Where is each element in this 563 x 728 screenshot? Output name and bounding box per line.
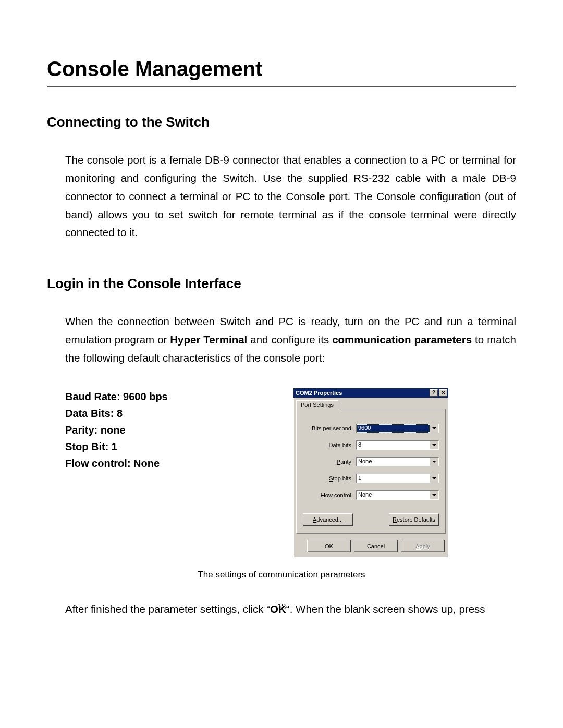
chevron-down-icon[interactable]: [430, 474, 438, 483]
tab-port-settings[interactable]: Port Settings: [296, 400, 338, 409]
restore-defaults-button[interactable]: Restore Defaults: [389, 513, 439, 526]
param-data-bits: Data Bits: 8: [65, 405, 222, 422]
combo-parity-value: None: [357, 458, 430, 466]
page-number: 18: [0, 602, 563, 611]
parameter-list: Baud Rate: 9600 bps Data Bits: 8 Parity:…: [65, 388, 222, 472]
param-flow: Flow control: None: [65, 455, 222, 472]
com-properties-dialog: COM2 Properties ? ✕ Port Settings Bits p…: [293, 388, 448, 557]
param-parity: Parity: none: [65, 422, 222, 438]
figure-caption: The settings of communication parameters: [47, 570, 516, 580]
combo-data-bits[interactable]: 8: [356, 440, 439, 450]
combo-flow-control[interactable]: None: [356, 490, 439, 500]
param-baud: Baud Rate: 9600 bps: [65, 388, 222, 405]
dialog-title: COM2 Properties: [296, 390, 429, 396]
tab-panel: Bits per second: 9600 Data bits: 8: [296, 409, 446, 534]
paragraph-login: When the connection between Switch and P…: [65, 313, 516, 367]
combo-stop-bits[interactable]: 1: [356, 474, 439, 483]
advanced-button[interactable]: Advanced...: [303, 513, 353, 526]
label-bps: Bits per second:: [303, 425, 356, 431]
param-stop-bit: Stop Bit: 1: [65, 438, 222, 455]
combo-bps-value: 9600: [357, 424, 430, 433]
combo-parity[interactable]: None: [356, 457, 439, 466]
help-button[interactable]: ?: [430, 389, 438, 397]
apply-button[interactable]: Apply: [401, 540, 445, 552]
combo-flow-control-value: None: [357, 491, 430, 499]
chevron-down-icon[interactable]: [430, 491, 438, 499]
ok-button[interactable]: OK: [307, 540, 351, 552]
section-heading-login: Login in the Console Interface: [47, 276, 516, 292]
dialog-titlebar[interactable]: COM2 Properties ? ✕: [293, 388, 448, 398]
combo-bps[interactable]: 9600: [356, 424, 439, 433]
label-flow-control: Flow control:: [303, 492, 356, 498]
close-button[interactable]: ✕: [439, 389, 447, 397]
paragraph-connecting: The console port is a female DB-9 connec…: [65, 151, 516, 242]
chevron-down-icon[interactable]: [430, 458, 438, 466]
label-data-bits: Data bits:: [303, 442, 356, 448]
chevron-down-icon[interactable]: [430, 441, 438, 449]
label-parity: Parity:: [303, 459, 356, 465]
label-stop-bits: Stop bits:: [303, 475, 356, 482]
combo-data-bits-value: 8: [357, 441, 430, 449]
cancel-button[interactable]: Cancel: [354, 540, 398, 552]
title-divider: [47, 86, 516, 88]
combo-stop-bits-value: 1: [357, 474, 430, 483]
page-title: Console Management: [47, 57, 516, 81]
chevron-down-icon[interactable]: [430, 424, 438, 433]
section-heading-connecting: Connecting to the Switch: [47, 114, 516, 130]
